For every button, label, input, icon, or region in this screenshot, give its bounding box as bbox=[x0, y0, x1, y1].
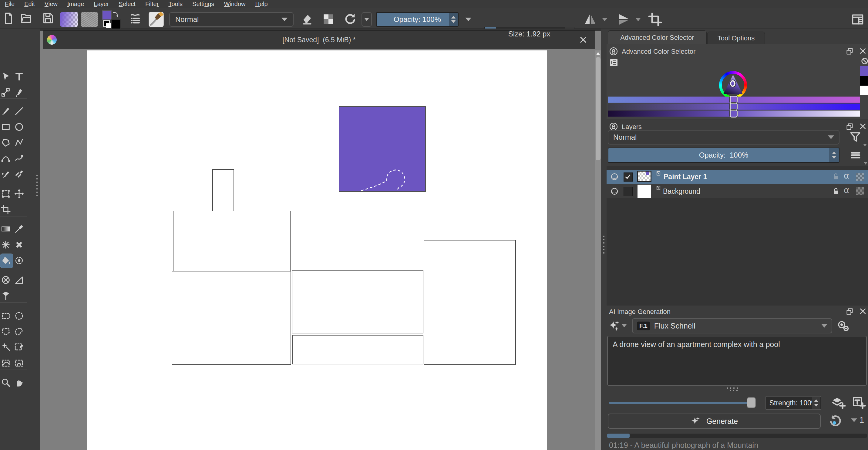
menu-tools[interactable]: Tools bbox=[163, 1, 187, 8]
strength-spinbox[interactable]: Strength: 100% bbox=[766, 396, 821, 410]
spin-up-icon[interactable] bbox=[832, 151, 836, 154]
menu-edit[interactable]: Edit bbox=[20, 1, 39, 8]
menu-image[interactable]: Image bbox=[62, 1, 89, 8]
brush-editor-button[interactable] bbox=[148, 11, 164, 28]
color-cursor[interactable] bbox=[730, 80, 736, 87]
float-docker-icon[interactable] bbox=[845, 122, 854, 131]
spin-up-icon[interactable] bbox=[451, 16, 456, 19]
bezier-curve-tool[interactable] bbox=[1, 153, 11, 164]
layer-select-checkbox[interactable] bbox=[624, 172, 633, 181]
move-tool[interactable] bbox=[14, 189, 24, 199]
mirror-horizontal-chevron-icon[interactable] bbox=[602, 18, 607, 21]
scroll-up-icon[interactable] bbox=[596, 52, 600, 55]
layer-menu-chevron-icon[interactable] bbox=[864, 162, 867, 165]
history-entry[interactable]: 01:19 - A beautiful photograph of a Moun… bbox=[609, 441, 758, 450]
workflow-chevron-icon[interactable] bbox=[622, 324, 627, 327]
elliptical-select-tool[interactable] bbox=[14, 311, 24, 321]
new-layer-from-result-button[interactable] bbox=[831, 395, 845, 410]
layer-lock-icon[interactable] bbox=[832, 187, 840, 195]
polygonal-select-tool[interactable] bbox=[1, 327, 11, 337]
close-docker-icon[interactable] bbox=[859, 47, 867, 55]
mirror-vertical-chevron-icon[interactable] bbox=[636, 18, 641, 21]
line-tool[interactable] bbox=[14, 106, 24, 116]
splitter-handle[interactable] bbox=[603, 236, 604, 254]
reference-images-tool[interactable] bbox=[1, 290, 11, 301]
menu-layer[interactable]: Layer bbox=[89, 1, 114, 8]
docker-splitter[interactable] bbox=[601, 29, 607, 450]
canvas-vertical-scrollbar[interactable] bbox=[595, 50, 601, 450]
layer-thumbnail[interactable] bbox=[637, 171, 651, 182]
gradient-chooser-swatch[interactable] bbox=[60, 12, 78, 27]
menu-filter[interactable]: Filter bbox=[141, 1, 163, 8]
close-docker-icon[interactable] bbox=[859, 307, 867, 315]
open-document-button[interactable] bbox=[20, 11, 32, 25]
foreground-background-colors[interactable] bbox=[102, 11, 120, 28]
model-dropdown[interactable]: F.1 Flux Schnell bbox=[632, 318, 832, 333]
recent-color-swatch-purple[interactable] bbox=[860, 66, 868, 76]
gradient-tool[interactable] bbox=[1, 224, 11, 234]
strength-slider-handle[interactable] bbox=[747, 397, 756, 408]
strength-spinner[interactable] bbox=[812, 397, 820, 409]
layer-opacity-spinner[interactable] bbox=[829, 148, 839, 162]
foreground-color-swatch[interactable] bbox=[102, 11, 111, 20]
menu-window[interactable]: Window bbox=[219, 1, 250, 8]
tab-advanced-color-selector[interactable]: Advanced Color Selector bbox=[608, 30, 707, 44]
menu-file[interactable]: File bbox=[0, 1, 20, 8]
rectangle-tool[interactable] bbox=[1, 122, 11, 132]
prompt-textarea[interactable]: A drone view of an apartment complex wit… bbox=[607, 336, 867, 386]
layer-properties-menu-button[interactable] bbox=[849, 149, 862, 161]
tab-tool-options[interactable]: Tool Options bbox=[707, 32, 765, 44]
colorize-mask-tool[interactable] bbox=[1, 275, 11, 285]
recent-color-swatch-black[interactable] bbox=[860, 76, 868, 86]
blending-mode-dropdown[interactable]: Normal bbox=[169, 12, 293, 27]
layer-visibility-eye-icon[interactable] bbox=[610, 187, 619, 196]
workflow-sparkle-button[interactable] bbox=[609, 319, 620, 332]
float-docker-icon[interactable] bbox=[845, 307, 854, 316]
opacity-options-chevron-icon[interactable] bbox=[465, 18, 471, 21]
magnetic-select-tool[interactable] bbox=[14, 358, 24, 368]
measure-tool[interactable] bbox=[14, 275, 24, 285]
reload-preset-button[interactable] bbox=[343, 12, 357, 26]
polyline-tool[interactable] bbox=[14, 138, 24, 148]
layer-alpha-icon[interactable]: α bbox=[844, 171, 849, 181]
layer-opacity-slider[interactable]: Opacity: 100% bbox=[608, 147, 839, 163]
menu-select[interactable]: Select bbox=[114, 1, 141, 8]
inherit-alpha-icon[interactable] bbox=[856, 173, 864, 181]
mirror-horizontal-button[interactable] bbox=[582, 12, 598, 27]
pan-tool[interactable] bbox=[14, 377, 24, 388]
opacity-spinner[interactable] bbox=[449, 13, 458, 26]
spin-down-icon[interactable] bbox=[814, 404, 818, 406]
freehand-select-tool[interactable] bbox=[14, 327, 24, 337]
bezier-select-tool[interactable] bbox=[1, 358, 11, 368]
freehand-brush-tool[interactable] bbox=[1, 106, 11, 116]
add-text-prompt-button[interactable] bbox=[851, 395, 866, 410]
menu-help[interactable]: Help bbox=[250, 1, 273, 8]
text-tool[interactable] bbox=[14, 72, 24, 82]
pattern-chooser-swatch[interactable] bbox=[81, 12, 98, 27]
polygon-tool[interactable] bbox=[1, 138, 11, 148]
generation-history-button[interactable] bbox=[829, 414, 842, 428]
queue-chevron-icon[interactable] bbox=[851, 418, 857, 422]
pattern-tool[interactable] bbox=[1, 240, 11, 250]
menu-view[interactable]: View bbox=[40, 1, 62, 8]
layer-select-checkbox[interactable] bbox=[624, 187, 633, 196]
float-docker-icon[interactable] bbox=[845, 47, 854, 56]
brush-presets-button[interactable] bbox=[129, 12, 142, 27]
layer-lock-icon[interactable] bbox=[832, 172, 840, 181]
prompt-resize-handle[interactable] bbox=[727, 388, 738, 389]
filter-chevron-icon[interactable] bbox=[863, 144, 867, 146]
ellipse-tool[interactable] bbox=[14, 122, 24, 132]
layer-row-background[interactable]: Background α bbox=[607, 184, 868, 198]
layer-blending-mode-dropdown[interactable]: Normal bbox=[608, 130, 839, 144]
inherit-alpha-icon[interactable] bbox=[856, 187, 864, 195]
background-color-swatch[interactable] bbox=[112, 20, 120, 29]
scrollbar-thumb[interactable] bbox=[596, 57, 600, 160]
contiguous-select-tool[interactable] bbox=[1, 342, 11, 353]
layer-thumbnail[interactable] bbox=[638, 185, 651, 198]
docker-lock-icon[interactable] bbox=[609, 47, 618, 56]
no-color-button[interactable] bbox=[861, 57, 868, 65]
spin-down-icon[interactable] bbox=[451, 20, 456, 23]
reload-options-dropdown[interactable] bbox=[362, 12, 372, 27]
generate-button[interactable]: Generate bbox=[608, 414, 821, 429]
menu-settings[interactable]: Settings bbox=[187, 1, 219, 8]
